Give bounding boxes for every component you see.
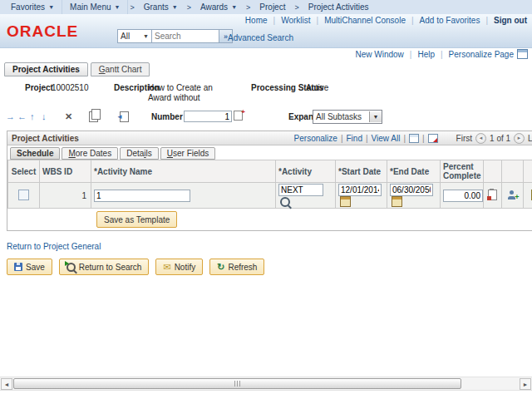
move-up-icon[interactable]: ↑ [30, 111, 35, 122]
breadcrumb-awards[interactable]: Awards ▼ [193, 0, 244, 14]
notify-button[interactable]: ✉ Notify [155, 259, 203, 275]
view-all-link[interactable]: View All [372, 134, 401, 143]
pager-last[interactable]: Last [528, 134, 532, 143]
worklist-link[interactable]: Worklist [281, 16, 310, 25]
breadcrumb-separator: > [185, 3, 193, 12]
grid-title: Project Activities [12, 134, 79, 143]
tab-project-activities[interactable]: Project Activities [4, 62, 88, 76]
col-empty [502, 160, 524, 183]
expand-select[interactable]: All Subtasks ▼ [313, 110, 382, 124]
chevron-down-icon: ▼ [48, 4, 54, 10]
find-link[interactable]: Find [346, 134, 362, 143]
link-separator: | [485, 16, 488, 25]
chevron-down-icon: ▼ [172, 4, 178, 10]
help-link[interactable]: Help [417, 50, 435, 59]
breadcrumb-project-activities[interactable]: Project Activities [301, 0, 377, 14]
indent-left-icon[interactable]: ← [17, 111, 27, 122]
pager-next-button[interactable]: ► [514, 133, 525, 144]
cut-icon[interactable]: ✕ [65, 111, 72, 122]
tab-label: G [99, 65, 106, 74]
grid-pager: First ◄ 1 of 1 ► Last [456, 133, 532, 144]
envelope-icon: ✉ [163, 263, 170, 272]
scrollbar-grip [234, 381, 241, 387]
sign-out-link[interactable]: Sign out [494, 16, 527, 25]
grid-footer: Save as Template [7, 209, 532, 230]
home-link[interactable]: Home [245, 16, 268, 25]
chevron-down-icon: ▼ [115, 4, 121, 10]
zoom-grid-icon[interactable] [409, 134, 419, 143]
start-date-input[interactable] [338, 184, 382, 196]
link-separator: | [410, 50, 412, 59]
tab-more-dates[interactable]: More Dates [62, 147, 118, 160]
activity-input[interactable] [278, 184, 323, 196]
link-separator: | [366, 134, 368, 143]
pager-first[interactable]: First [456, 134, 472, 143]
start-date-calendar-icon[interactable] [340, 196, 351, 207]
link-separator: | [422, 134, 425, 143]
tab-gantt-chart[interactable]: Gantt Chart [91, 62, 150, 76]
multichannel-console-link[interactable]: MultiChannel Console [324, 16, 406, 25]
personalize-page-link[interactable]: Personalize Page [449, 50, 514, 59]
copy-icon[interactable] [89, 111, 98, 122]
return-search-icon [66, 263, 76, 272]
horizontal-scrollbar[interactable]: ◄ ► [0, 377, 532, 391]
favorites-menu[interactable]: Favorites ▼ [3, 0, 62, 14]
application-window: Favorites ▼ Main Menu ▼ > Grants ▼ > Awa… [0, 0, 532, 399]
breadcrumb-project[interactable]: Project [252, 0, 293, 14]
tab-details[interactable]: Details [120, 147, 159, 160]
link-separator: | [317, 16, 319, 25]
tab-schedule[interactable]: Schedule [10, 147, 60, 160]
main-tab-bar: Project Activities Gantt Chart [0, 62, 532, 76]
activity-lookup-icon[interactable] [280, 197, 290, 207]
percent-complete-input[interactable] [443, 190, 483, 202]
tab-user-fields[interactable]: User Fields [160, 147, 216, 160]
activity-name-input[interactable] [94, 190, 190, 202]
project-label: Project [25, 83, 53, 92]
search-input[interactable] [152, 29, 219, 43]
personalize-layout-icon[interactable] [517, 49, 528, 59]
personalize-link[interactable]: Personalize [294, 134, 337, 143]
number-rows-input[interactable] [184, 111, 232, 122]
action-button-bar: Save Return to Search ✉ Notify ↻ Refresh [7, 259, 532, 275]
activities-table: Select WBS ID *Activity Name *Activity *… [7, 160, 532, 209]
advanced-search-link[interactable]: Advanced Search [228, 33, 293, 42]
end-date-input[interactable] [390, 184, 433, 196]
add-to-favorites-link[interactable]: Add to Favorites [420, 16, 480, 25]
indent-right-icon[interactable]: → [6, 111, 15, 122]
scroll-left-button[interactable]: ◄ [1, 378, 12, 390]
col-empty [484, 160, 502, 183]
return-to-search-button[interactable]: Return to Search [59, 259, 150, 275]
insert-row-icon[interactable]: ◄ [120, 111, 129, 122]
resources-icon[interactable]: + [508, 190, 518, 200]
return-to-project-general-link[interactable]: Return to Project General [7, 242, 532, 251]
prev-icon: ◄ [479, 135, 484, 140]
tab-label: M [68, 149, 75, 158]
end-date-calendar-icon[interactable] [392, 196, 402, 207]
col-start-date: *Start Date [336, 160, 387, 183]
refresh-icon: ↻ [217, 263, 224, 272]
tab-label: Schedule [17, 149, 53, 158]
move-down-icon[interactable]: ↓ [42, 111, 47, 122]
project-activities-grid: Project Activities Personalize | Find | … [7, 131, 532, 231]
activity-detail-icon[interactable] [488, 190, 497, 200]
main-menu[interactable]: Main Menu ▼ [62, 0, 128, 14]
scrollbar-thumb[interactable] [13, 378, 461, 389]
save-as-template-button[interactable]: Save as Template [96, 211, 177, 228]
save-button[interactable]: Save [7, 259, 52, 275]
grid-header-bar: Project Activities Personalize | Find | … [7, 131, 532, 145]
project-value: 10002510 [52, 83, 89, 92]
download-icon[interactable] [428, 134, 438, 143]
new-window-link[interactable]: New Window [355, 50, 403, 59]
chevron-down-icon: ▼ [143, 33, 149, 39]
row-select-checkbox[interactable] [18, 190, 29, 200]
breadcrumb-separator: > [128, 3, 135, 12]
link-separator: | [341, 134, 343, 143]
col-activity-name: *Activity Name [91, 160, 276, 183]
add-rows-icon[interactable]: + [234, 111, 243, 121]
grid-tab-bar: Schedule More Dates Details User Fields [7, 145, 532, 160]
breadcrumb-grants[interactable]: Grants ▼ [136, 0, 185, 14]
search-scope-select[interactable]: All ▼ [117, 29, 152, 43]
pager-prev-button[interactable]: ◄ [475, 133, 486, 144]
refresh-button[interactable]: ↻ Refresh [209, 259, 264, 275]
scroll-right-button[interactable]: ► [520, 378, 531, 390]
